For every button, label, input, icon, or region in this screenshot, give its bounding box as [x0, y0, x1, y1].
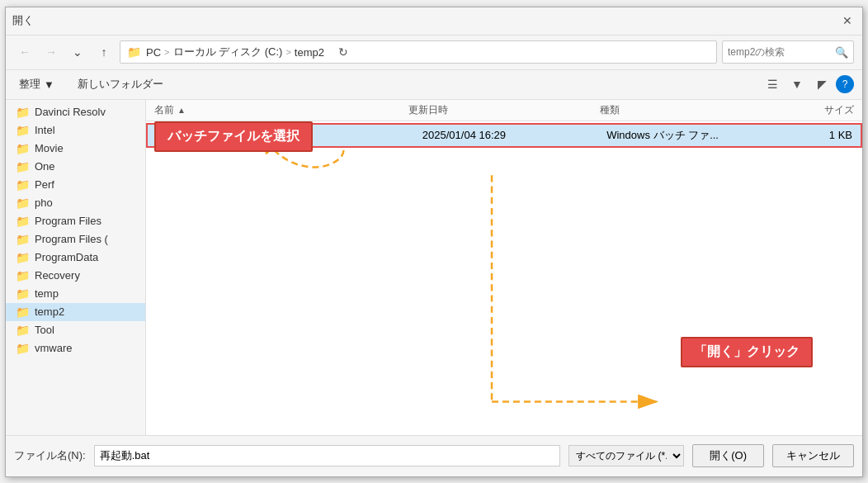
- file-pane-wrapper: 名前 ▲ 更新日時 種類 サイズ 📄 再起動.bat 2025/01/04 16…: [146, 100, 862, 435]
- sidebar-item-label: temp2: [35, 305, 64, 318]
- col-name-header: 名前 ▲: [154, 103, 408, 117]
- sidebar-item-label: Tool: [35, 324, 54, 336]
- sidebar-item-recovery[interactable]: 📁 Recovery: [6, 267, 145, 285]
- col-size-header: サイズ: [790, 103, 854, 117]
- file-size: 1 KB: [791, 129, 852, 141]
- sidebar-item-temp2[interactable]: 📁 temp2: [6, 303, 145, 321]
- close-button[interactable]: ✕: [839, 12, 856, 29]
- sidebar-item-label: Program Files (: [35, 233, 108, 245]
- open-dialog: 開く ✕ ← → ⌄ ↑ 📁 PC > ローカル ディスク (C:) > tem…: [5, 7, 863, 477]
- folder-icon: 📁: [16, 215, 30, 228]
- open-button[interactable]: 開く(O): [692, 444, 764, 467]
- filename-input[interactable]: [94, 445, 561, 466]
- file-date: 2025/01/04 16:29: [422, 129, 606, 141]
- up-button[interactable]: ↑: [93, 41, 115, 63]
- sidebar-item-pho[interactable]: 📁 pho: [6, 194, 145, 212]
- col-date-header: 更新日時: [408, 103, 599, 117]
- organize-chevron: ▼: [44, 78, 54, 91]
- dialog-title: 開く: [12, 13, 34, 28]
- folder-icon: 📁: [16, 106, 30, 119]
- main-content: 📁 Davinci Resolv 📁 Intel 📁 Movie 📁 One 📁…: [6, 100, 862, 435]
- sidebar-item-programfiles[interactable]: 📁 Program Files: [6, 212, 145, 230]
- sidebar-item-label: Perf: [35, 178, 54, 191]
- action-bar: 整理 ▼ 新しいフォルダー ☰ ▼ ◤ ?: [6, 70, 862, 100]
- folder-icon: 📁: [16, 342, 30, 355]
- file-type: Windows バッチ ファ...: [606, 128, 790, 143]
- folder-icon: 📁: [127, 45, 141, 59]
- title-bar: 開く ✕: [6, 7, 862, 36]
- file-header: 名前 ▲ 更新日時 種類 サイズ: [146, 100, 862, 121]
- folder-icon: 📁: [16, 160, 30, 173]
- back-button[interactable]: ←: [14, 41, 35, 63]
- sidebar-item-label: Recovery: [35, 269, 80, 282]
- title-controls: ✕: [839, 12, 856, 29]
- open-annotation: 「開く」クリック: [681, 337, 813, 367]
- sidebar-item-movie[interactable]: 📁 Movie: [6, 140, 145, 158]
- sidebar-item-label: ProgramData: [35, 251, 98, 263]
- addr-folder: temp2: [295, 46, 324, 59]
- sidebar-item-label: Program Files: [35, 215, 101, 227]
- new-folder-button[interactable]: 新しいフォルダー: [73, 75, 168, 93]
- sidebar-item-label: pho: [35, 197, 53, 209]
- folder-icon: 📁: [16, 178, 30, 192]
- folder-icon: 📁: [16, 287, 30, 301]
- file-list: 📄 再起動.bat 2025/01/04 16:29 Windows バッチ フ…: [146, 121, 862, 435]
- search-bar[interactable]: 🔍: [722, 40, 854, 64]
- nav-bar: ← → ⌄ ↑ 📁 PC > ローカル ディスク (C:) > temp2 ↻ …: [6, 36, 862, 70]
- filetype-select[interactable]: すべてのファイル (*.*): [568, 445, 684, 466]
- dropdown-button[interactable]: ⌄: [67, 41, 88, 63]
- sidebar-item-label: Intel: [35, 124, 55, 136]
- sidebar: 📁 Davinci Resolv 📁 Intel 📁 Movie 📁 One 📁…: [6, 100, 146, 435]
- help-button[interactable]: ?: [836, 75, 854, 93]
- folder-icon: 📁: [16, 269, 30, 282]
- refresh-button[interactable]: ↻: [334, 43, 352, 61]
- view-controls: ☰ ▼ ◤ ?: [762, 73, 854, 95]
- filename-label: ファイル名(N):: [14, 448, 86, 463]
- select-annotation: バッチファイルを選択: [154, 121, 313, 152]
- addr-drive: ローカル ディスク (C:): [173, 45, 283, 59]
- folder-icon: 📁: [16, 324, 30, 337]
- open-annotation-label: 「開く」クリック: [694, 344, 800, 358]
- sidebar-item-one[interactable]: 📁 One: [6, 158, 145, 176]
- sidebar-item-programfilesx[interactable]: 📁 Program Files (: [6, 230, 145, 249]
- view-pane-button[interactable]: ◤: [811, 73, 833, 95]
- view-dropdown-button[interactable]: ▼: [786, 73, 808, 95]
- new-folder-label: 新しいフォルダー: [78, 77, 163, 92]
- sidebar-item-label: One: [35, 160, 55, 173]
- search-icon: 🔍: [835, 46, 848, 59]
- forward-button[interactable]: →: [40, 41, 62, 63]
- sidebar-item-davinci[interactable]: 📁 Davinci Resolv: [6, 103, 145, 121]
- col-type-header: 種類: [600, 103, 790, 117]
- sidebar-item-tool[interactable]: 📁 Tool: [6, 321, 145, 339]
- folder-icon: 📁: [16, 124, 30, 137]
- select-annotation-label: バッチファイルを選択: [167, 129, 300, 143]
- cancel-button[interactable]: キャンセル: [772, 444, 854, 467]
- sidebar-item-label: Movie: [35, 142, 64, 154]
- view-list-button[interactable]: ☰: [762, 73, 783, 95]
- organize-button[interactable]: 整理 ▼: [14, 75, 59, 93]
- sidebar-item-intel[interactable]: 📁 Intel: [6, 121, 145, 140]
- folder-icon: 📁: [16, 142, 30, 155]
- sidebar-item-vmware[interactable]: 📁 vmware: [6, 339, 145, 358]
- sidebar-item-label: temp: [35, 287, 59, 300]
- sidebar-item-label: Davinci Resolv: [35, 106, 106, 118]
- sidebar-item-temp[interactable]: 📁 temp: [6, 285, 145, 303]
- addr-pc: PC: [146, 46, 161, 59]
- sidebar-item-label: vmware: [35, 342, 73, 354]
- folder-icon: 📁: [16, 197, 30, 210]
- folder-icon: 📁: [16, 251, 30, 264]
- sidebar-item-programdata[interactable]: 📁 ProgramData: [6, 249, 145, 267]
- folder-icon: 📁: [16, 305, 30, 319]
- search-input[interactable]: [728, 46, 832, 58]
- address-bar[interactable]: 📁 PC > ローカル ディスク (C:) > temp2 ↻: [120, 40, 717, 64]
- address-parts: PC > ローカル ディスク (C:) > temp2: [146, 45, 324, 59]
- bottom-bar: ファイル名(N): すべてのファイル (*.*) 開く(O) キャンセル: [6, 435, 862, 476]
- sidebar-item-perf[interactable]: 📁 Perf: [6, 176, 145, 194]
- folder-icon: 📁: [16, 233, 30, 246]
- organize-label: 整理: [19, 77, 40, 92]
